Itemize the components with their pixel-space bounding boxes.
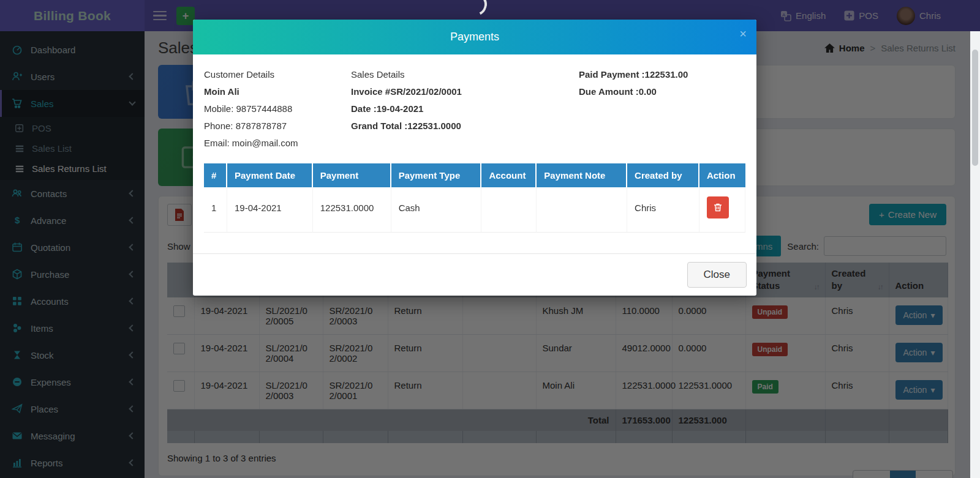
trash-icon <box>713 203 723 212</box>
customer-name: Moin Ali <box>204 85 351 98</box>
modal-title: Payments <box>450 31 499 43</box>
sales-details-heading: Sales Details <box>351 68 579 81</box>
customer-details-heading: Customer Details <box>204 68 351 81</box>
due-amount: Due Amount :0.00 <box>579 85 745 98</box>
payments-header-row: # Payment Date Payment Payment Type Acco… <box>204 163 745 187</box>
scrollbar[interactable] <box>970 31 980 478</box>
customer-mobile: Mobile: 98757444888 <box>204 102 351 115</box>
customer-details: Customer Details Moin Ali Mobile: 987574… <box>204 68 351 154</box>
scrollbar-thumb[interactable] <box>972 50 978 166</box>
payments-table: # Payment Date Payment Payment Type Acco… <box>204 163 745 233</box>
payment-summary: Paid Payment :122531.00 Due Amount :0.00 <box>579 68 745 154</box>
grand-total: Grand Total :122531.0000 <box>351 119 579 132</box>
customer-email: Email: moin@mail.com <box>204 136 351 149</box>
customer-phone: Phone: 8787878787 <box>204 119 351 132</box>
invoice-number: Invoice #SR/2021/02/0001 <box>351 85 579 98</box>
close-icon[interactable]: × <box>739 28 747 40</box>
paid-payment: Paid Payment :122531.00 <box>579 68 745 81</box>
sales-details: Sales Details Invoice #SR/2021/02/0001 D… <box>351 68 579 154</box>
close-button[interactable]: Close <box>687 262 747 288</box>
invoice-date: Date :19-04-2021 <box>351 102 579 115</box>
payment-row: 1 19-04-2021 122531.0000 Cash Chris <box>204 187 745 233</box>
modal-header: Payments × <box>193 20 756 54</box>
payments-modal: Payments × Customer Details Moin Ali Mob… <box>193 20 756 296</box>
delete-payment-button[interactable] <box>707 196 729 218</box>
